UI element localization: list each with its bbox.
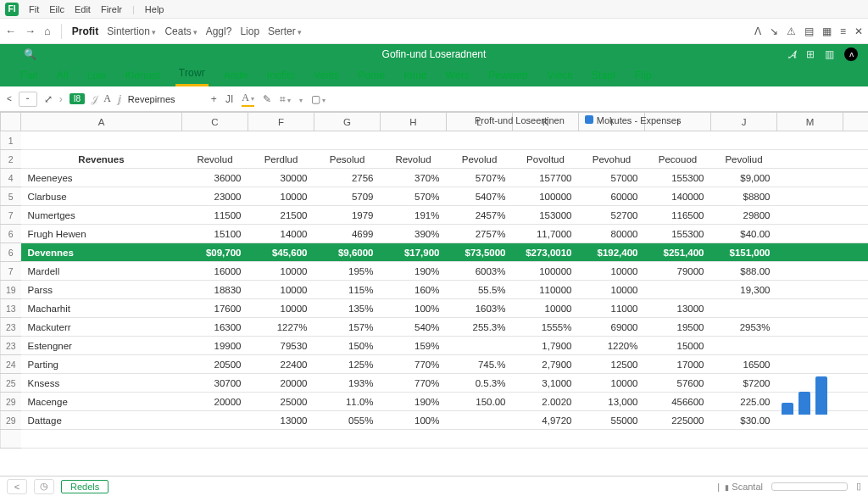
cell[interactable] (843, 169, 869, 187)
col-header[interactable]: C (182, 113, 248, 131)
cell[interactable]: 100% (381, 299, 447, 318)
font-icon[interactable]: A (103, 92, 111, 105)
nav-tab[interactable]: Profit (72, 25, 98, 37)
cell[interactable] (843, 206, 869, 225)
cell[interactable] (182, 131, 248, 150)
cell[interactable] (314, 131, 381, 150)
menu-item[interactable]: Eilc (49, 4, 64, 14)
row-header[interactable]: 4 (1, 169, 21, 187)
cell[interactable]: 195% (314, 262, 381, 281)
cell[interactable]: $9,6000 (314, 243, 381, 262)
table-row[interactable]: 4Meeneyes36000300002756370%5707%15770057… (1, 169, 869, 187)
row-header[interactable]: 1 (1, 131, 21, 150)
cell[interactable]: 5707% (447, 169, 513, 187)
nav-tab[interactable]: Aggl? (206, 25, 232, 37)
more-icon[interactable]: ≡ (840, 25, 846, 37)
row-header[interactable]: 23 (1, 318, 21, 337)
cell[interactable]: 15000 (645, 337, 711, 355)
row-header[interactable]: 19 (1, 281, 21, 299)
cell[interactable] (513, 430, 579, 449)
warning-icon[interactable]: ⚠ (787, 25, 796, 37)
cell[interactable]: 160% (381, 281, 447, 299)
cell[interactable]: $73,5000 (447, 243, 513, 262)
cell[interactable]: 155300 (645, 169, 711, 187)
cell[interactable]: 225.00 (711, 393, 777, 411)
cell[interactable]: $7200 (711, 374, 777, 393)
sort-icon[interactable]: ▢ (311, 93, 326, 105)
ribbon-tab[interactable]: All (53, 66, 72, 86)
cell[interactable] (777, 299, 843, 318)
cell[interactable]: 055% (314, 411, 381, 430)
cell[interactable] (711, 131, 777, 150)
cell[interactable]: Pesolud (314, 150, 381, 169)
cell[interactable] (777, 169, 843, 187)
cell[interactable] (777, 206, 843, 225)
cell[interactable]: 6003% (447, 262, 513, 281)
row-header[interactable]: 25 (1, 374, 21, 393)
cell[interactable] (777, 131, 843, 150)
cell[interactable]: 2953% (711, 318, 777, 337)
cell[interactable] (777, 187, 843, 206)
cell[interactable]: 13000 (248, 411, 314, 430)
cell[interactable]: 140000 (645, 187, 711, 206)
cell[interactable]: 2457% (447, 206, 513, 225)
cell[interactable]: 191% (381, 206, 447, 225)
cell[interactable]: 1220% (579, 337, 645, 355)
cell[interactable] (843, 225, 869, 243)
table-row[interactable]: 5Clarbuse23000100005709570%5407%10000060… (1, 187, 869, 206)
table-row[interactable]: 23Estengner1990079530150%159%1,79001220%… (1, 337, 869, 355)
collapse-icon[interactable]: < (7, 94, 12, 103)
cell[interactable]: Pevolud (447, 150, 513, 169)
grid[interactable]: A C F G H L K I I J M L 12RevenuesRevolu… (0, 112, 868, 449)
row-label[interactable]: Revenues (21, 150, 182, 169)
table-row[interactable]: 2RevenuesRevoludPerdludPesoludRevoludPev… (1, 150, 869, 169)
row-label[interactable]: Numertges (21, 206, 182, 225)
cell[interactable]: 190% (381, 262, 447, 281)
cell-reference[interactable]: I8 (70, 93, 85, 104)
row-label[interactable]: Clarbuse (21, 187, 182, 206)
cell[interactable]: 18830 (182, 281, 248, 299)
search-icon[interactable]: 🔍 (24, 48, 36, 60)
align-icon[interactable]: JI (225, 93, 233, 105)
cell[interactable]: $251,400 (645, 243, 711, 262)
cell[interactable]: 153000 (513, 206, 579, 225)
cell[interactable] (645, 281, 711, 299)
cell[interactable]: 60000 (579, 187, 645, 206)
cell[interactable] (777, 150, 843, 169)
cell[interactable]: 22400 (248, 355, 314, 374)
cell[interactable] (777, 318, 843, 337)
cell[interactable]: $17,900 (381, 243, 447, 262)
row-label[interactable]: Parss (21, 281, 182, 299)
row-label[interactable]: Macharhit (21, 299, 182, 318)
cell[interactable]: 225000 (645, 411, 711, 430)
table-row[interactable]: 24Parting2050022400125%770%745.%2,790012… (1, 355, 869, 374)
cell[interactable]: 57600 (645, 374, 711, 393)
row-header[interactable]: 6 (1, 225, 21, 243)
row-header[interactable]: 29 (1, 393, 21, 411)
cell[interactable]: Pevoliud (711, 150, 777, 169)
cell[interactable]: 17000 (645, 355, 711, 374)
cell[interactable]: Pecouod (645, 150, 711, 169)
dropdown-icon[interactable] (299, 93, 303, 105)
close-icon[interactable]: ✕ (854, 25, 863, 37)
cell[interactable]: 100000 (513, 262, 579, 281)
cell[interactable]: 770% (381, 374, 447, 393)
history-button[interactable]: ◷ (34, 479, 54, 494)
cell[interactable]: 10000 (248, 262, 314, 281)
ribbon-tab[interactable]: Wers (442, 66, 474, 86)
ribbon-tab[interactable]: Veilts (310, 66, 342, 86)
cell[interactable]: 4699 (314, 225, 381, 243)
avatar-icon[interactable]: ʌ (844, 47, 858, 61)
cell[interactable]: 110000 (513, 281, 579, 299)
forward-icon[interactable]: → (25, 25, 36, 37)
cell[interactable]: 10000 (248, 281, 314, 299)
cell[interactable]: 1227% (248, 318, 314, 337)
cell[interactable]: 10000 (579, 262, 645, 281)
cell[interactable] (777, 337, 843, 355)
prev-sheet-button[interactable]: < (7, 479, 27, 494)
table-row[interactable]: 23Mackuterr163001227%157%540%255.3%1555%… (1, 318, 869, 337)
nav-tab[interactable]: Liop (240, 25, 259, 37)
cell[interactable] (579, 131, 645, 150)
cell[interactable]: 79530 (248, 337, 314, 355)
cell[interactable]: 10000 (579, 281, 645, 299)
